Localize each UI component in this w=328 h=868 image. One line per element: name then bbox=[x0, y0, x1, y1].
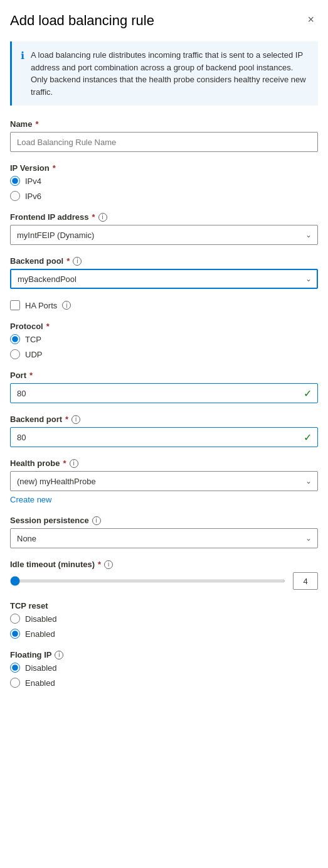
health-probe-dropdown[interactable]: (new) myHealthProbe bbox=[10, 471, 318, 491]
idle-timeout-field-group: Idle timeout (minutes) * i 4 bbox=[10, 560, 318, 590]
health-probe-info-icon[interactable]: i bbox=[70, 459, 78, 468]
protocol-required-star: * bbox=[46, 322, 50, 331]
frontend-ip-dropdown[interactable]: myIntFEIP (Dynamic) bbox=[10, 225, 318, 245]
frontend-ip-info-icon[interactable]: i bbox=[98, 213, 107, 222]
ip-version-required-star: * bbox=[53, 163, 56, 173]
tcp-reset-enabled-label: Enabled bbox=[25, 629, 55, 639]
panel-title: Add load balancing rule bbox=[10, 13, 154, 29]
floating-ip-info-icon[interactable]: i bbox=[55, 651, 63, 659]
backend-pool-required-star: * bbox=[66, 256, 70, 266]
tcp-reset-label: TCP reset bbox=[10, 601, 318, 610]
tcp-reset-disabled-label: Disabled bbox=[25, 614, 57, 624]
name-input[interactable] bbox=[10, 132, 318, 152]
idle-timeout-label: Idle timeout (minutes) * i bbox=[10, 560, 318, 569]
health-probe-field-group: Health probe * i (new) myHealthProbe ⌄ C… bbox=[10, 458, 318, 504]
add-load-balancing-rule-panel: Add load balancing rule × ℹ A load balan… bbox=[0, 0, 328, 718]
protocol-udp-radio[interactable] bbox=[10, 349, 20, 359]
session-persistence-info-icon[interactable]: i bbox=[92, 516, 101, 525]
name-field-group: Name * bbox=[10, 119, 318, 152]
session-persistence-label: Session persistence i bbox=[10, 516, 318, 525]
port-label: Port * bbox=[10, 371, 318, 380]
ip-version-ipv6-option[interactable]: IPv6 bbox=[10, 191, 318, 201]
protocol-tcp-radio[interactable] bbox=[10, 334, 20, 344]
floating-ip-enabled-radio[interactable] bbox=[10, 678, 20, 688]
info-icon: ℹ bbox=[21, 50, 24, 62]
floating-ip-label: Floating IP i bbox=[10, 650, 318, 659]
frontend-ip-required-star: * bbox=[92, 212, 95, 222]
tcp-reset-enabled-radio[interactable] bbox=[10, 629, 20, 639]
info-box: ℹ A load balancing rule distributes inco… bbox=[10, 41, 318, 106]
tcp-reset-field-group: TCP reset Disabled Enabled bbox=[10, 601, 318, 639]
floating-ip-disabled-radio[interactable] bbox=[10, 663, 20, 673]
tcp-reset-radio-group: Disabled Enabled bbox=[10, 614, 318, 639]
backend-pool-dropdown-wrapper: myBackendPool ⌄ bbox=[10, 269, 318, 289]
ha-ports-info-icon[interactable]: i bbox=[62, 301, 71, 310]
idle-timeout-value: 4 bbox=[293, 572, 318, 590]
floating-ip-enabled-label: Enabled bbox=[25, 678, 55, 688]
floating-ip-radio-group: Disabled Enabled bbox=[10, 663, 318, 688]
create-new-link[interactable]: Create new bbox=[10, 495, 318, 504]
ip-version-ipv4-label: IPv4 bbox=[25, 176, 41, 186]
idle-timeout-required-star: * bbox=[98, 560, 101, 569]
port-field-group: Port * ✓ bbox=[10, 371, 318, 403]
backend-port-info-icon[interactable]: i bbox=[71, 415, 80, 424]
protocol-tcp-option[interactable]: TCP bbox=[10, 334, 318, 344]
ha-ports-checkbox-item[interactable]: HA Ports i bbox=[10, 300, 318, 310]
ha-ports-label: HA Ports bbox=[25, 301, 57, 310]
session-persistence-dropdown[interactable]: None bbox=[10, 528, 318, 548]
ha-ports-checkbox[interactable] bbox=[10, 300, 20, 310]
ip-version-ipv4-radio[interactable] bbox=[10, 176, 20, 186]
ip-version-label: IP Version * bbox=[10, 163, 318, 173]
protocol-field-group: Protocol * TCP UDP bbox=[10, 322, 318, 359]
port-input-wrapper: ✓ bbox=[10, 383, 318, 403]
health-probe-label: Health probe * i bbox=[10, 458, 318, 468]
ip-version-ipv6-label: IPv6 bbox=[25, 192, 41, 201]
floating-ip-field-group: Floating IP i Disabled Enabled bbox=[10, 650, 318, 688]
backend-port-input-wrapper: ✓ bbox=[10, 427, 318, 447]
floating-ip-disabled-option[interactable]: Disabled bbox=[10, 663, 318, 673]
health-probe-dropdown-wrapper: (new) myHealthProbe ⌄ bbox=[10, 471, 318, 491]
ip-version-radio-group: IPv4 IPv6 bbox=[10, 176, 318, 201]
health-probe-required-star: * bbox=[63, 458, 66, 468]
session-persistence-dropdown-wrapper: None ⌄ bbox=[10, 528, 318, 548]
tcp-reset-disabled-radio[interactable] bbox=[10, 614, 20, 624]
backend-pool-field-group: Backend pool * i myBackendPool ⌄ bbox=[10, 256, 318, 289]
close-button[interactable]: × bbox=[304, 13, 318, 26]
port-check-icon: ✓ bbox=[304, 388, 312, 399]
port-required-star: * bbox=[29, 371, 33, 380]
backend-port-required-star: * bbox=[65, 415, 68, 424]
frontend-ip-field-group: Frontend IP address * i myIntFEIP (Dynam… bbox=[10, 212, 318, 245]
frontend-ip-dropdown-wrapper: myIntFEIP (Dynamic) ⌄ bbox=[10, 225, 318, 245]
port-input[interactable] bbox=[10, 383, 318, 403]
protocol-label: Protocol * bbox=[10, 322, 318, 331]
idle-timeout-slider[interactable] bbox=[10, 580, 285, 582]
name-label: Name * bbox=[10, 119, 318, 129]
backend-port-input[interactable] bbox=[10, 427, 318, 447]
tcp-reset-disabled-option[interactable]: Disabled bbox=[10, 614, 318, 624]
session-persistence-field-group: Session persistence i None ⌄ bbox=[10, 516, 318, 548]
ha-ports-field-group: HA Ports i bbox=[10, 300, 318, 310]
tcp-reset-enabled-option[interactable]: Enabled bbox=[10, 629, 318, 639]
idle-timeout-slider-wrapper: 4 bbox=[10, 572, 318, 590]
protocol-tcp-label: TCP bbox=[25, 335, 41, 344]
backend-port-check-icon: ✓ bbox=[304, 431, 312, 443]
info-text: A load balancing rule distributes incomi… bbox=[31, 49, 309, 98]
ip-version-field-group: IP Version * IPv4 IPv6 bbox=[10, 163, 318, 201]
protocol-udp-label: UDP bbox=[25, 350, 42, 359]
ip-version-ipv4-option[interactable]: IPv4 bbox=[10, 176, 318, 186]
protocol-radio-group: TCP UDP bbox=[10, 334, 318, 359]
ip-version-ipv6-radio[interactable] bbox=[10, 191, 20, 201]
floating-ip-enabled-option[interactable]: Enabled bbox=[10, 678, 318, 688]
backend-pool-dropdown[interactable]: myBackendPool bbox=[10, 269, 318, 289]
backend-pool-label: Backend pool * i bbox=[10, 256, 318, 266]
panel-header: Add load balancing rule × bbox=[10, 13, 318, 29]
frontend-ip-label: Frontend IP address * i bbox=[10, 212, 318, 222]
idle-timeout-info-icon[interactable]: i bbox=[104, 560, 113, 569]
protocol-udp-option[interactable]: UDP bbox=[10, 349, 318, 359]
floating-ip-disabled-label: Disabled bbox=[25, 663, 57, 673]
backend-port-label: Backend port * i bbox=[10, 415, 318, 424]
name-required-star: * bbox=[35, 119, 38, 129]
backend-port-field-group: Backend port * i ✓ bbox=[10, 415, 318, 447]
backend-pool-info-icon[interactable]: i bbox=[73, 257, 82, 266]
